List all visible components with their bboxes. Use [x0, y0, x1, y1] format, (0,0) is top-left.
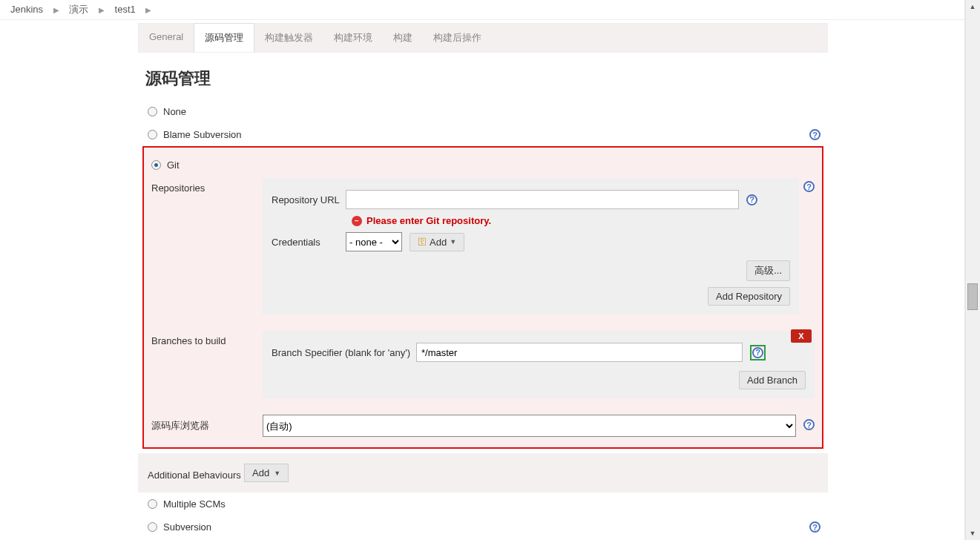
add-credentials-button[interactable]: ⚿ Add ▼	[410, 233, 464, 251]
breadcrumb-sep: ▶	[94, 6, 109, 14]
chevron-down-icon: ▼	[450, 238, 456, 246]
repo-url-error: − Please enter Git repository.	[272, 212, 790, 229]
config-tabs: General 源码管理 构建触发器 构建环境 构建 构建后操作	[138, 23, 828, 53]
radio-git-label: Git	[167, 159, 180, 171]
breadcrumb-sep: ▶	[49, 6, 64, 14]
radio-subversion-label: Subversion	[163, 521, 211, 533]
radio-multiple-scms-label: Multiple SCMs	[163, 498, 226, 510]
repositories-panel: Repository URL ? − Please enter Git repo…	[263, 178, 799, 315]
scroll-up-arrow[interactable]: ▲	[966, 0, 979, 13]
breadcrumb-job[interactable]: test1	[112, 4, 139, 15]
add-behaviour-button[interactable]: Add ▼	[244, 464, 289, 482]
radio-none[interactable]	[148, 107, 157, 116]
branches-label: Branches to build	[151, 331, 263, 346]
breadcrumb-folder[interactable]: 演示	[66, 4, 91, 15]
help-icon[interactable]: ?	[803, 181, 815, 192]
tab-scm[interactable]: 源码管理	[194, 23, 254, 52]
radio-none-label: None	[163, 106, 186, 117]
breadcrumb-jenkins[interactable]: Jenkins	[7, 4, 46, 15]
add-credentials-label: Add	[430, 237, 447, 248]
help-icon[interactable]: ?	[809, 129, 820, 140]
add-repository-button[interactable]: Add Repository	[708, 287, 790, 306]
help-icon[interactable]: ?	[809, 521, 820, 533]
chevron-down-icon: ▼	[274, 470, 280, 477]
vertical-scrollbar[interactable]: ▲ ▼	[965, 0, 980, 540]
radio-blame-svn[interactable]	[148, 130, 157, 139]
help-icon[interactable]: ?	[752, 347, 763, 358]
breadcrumb-sep: ▶	[141, 6, 156, 14]
add-behaviour-label: Add	[252, 467, 269, 478]
repo-url-input[interactable]	[346, 190, 739, 209]
repositories-label: Repositories	[151, 178, 263, 194]
help-icon[interactable]: ?	[803, 419, 815, 430]
radio-git[interactable]	[151, 160, 161, 170]
repo-browser-label: 源码库浏览器	[151, 415, 263, 432]
repo-browser-select[interactable]: (自动)	[263, 415, 796, 437]
delete-branch-button[interactable]: X	[791, 329, 812, 343]
git-section-highlighted: Git Repositories Repository URL ? − Plea…	[142, 146, 823, 449]
tab-triggers[interactable]: 构建触发器	[254, 24, 323, 52]
tab-build[interactable]: 构建	[383, 24, 423, 52]
breadcrumb: Jenkins ▶ 演示 ▶ test1 ▶	[0, 0, 964, 20]
credentials-select[interactable]: - none -	[346, 232, 402, 251]
tab-general[interactable]: General	[139, 24, 194, 52]
key-icon: ⚿	[418, 237, 427, 247]
radio-blame-svn-label: Blame Subversion	[163, 129, 242, 140]
tab-post[interactable]: 构建后操作	[423, 24, 492, 52]
branch-specifier-input[interactable]	[416, 343, 743, 362]
help-icon[interactable]: ?	[746, 194, 757, 205]
help-highlight: ?	[750, 345, 766, 360]
radio-multiple-scms[interactable]	[148, 499, 157, 509]
branches-panel: X Branch Specifier (blank for 'any') ? A…	[263, 331, 815, 398]
advanced-button[interactable]: 高级...	[746, 260, 790, 281]
repo-url-label: Repository URL	[272, 194, 346, 205]
scroll-down-arrow[interactable]: ▼	[966, 527, 979, 540]
repo-url-error-text: Please enter Git repository.	[366, 215, 491, 226]
tab-env[interactable]: 构建环境	[323, 24, 383, 52]
add-branch-button[interactable]: Add Branch	[739, 371, 806, 389]
branch-specifier-label: Branch Specifier (blank for 'any')	[272, 347, 416, 358]
error-icon: −	[352, 216, 362, 226]
credentials-label: Credentials	[272, 237, 346, 248]
radio-subversion[interactable]	[148, 522, 157, 532]
section-title: 源码管理	[145, 68, 828, 90]
scroll-thumb[interactable]	[967, 283, 978, 310]
additional-behaviours-label: Additional Behaviours	[148, 465, 244, 481]
